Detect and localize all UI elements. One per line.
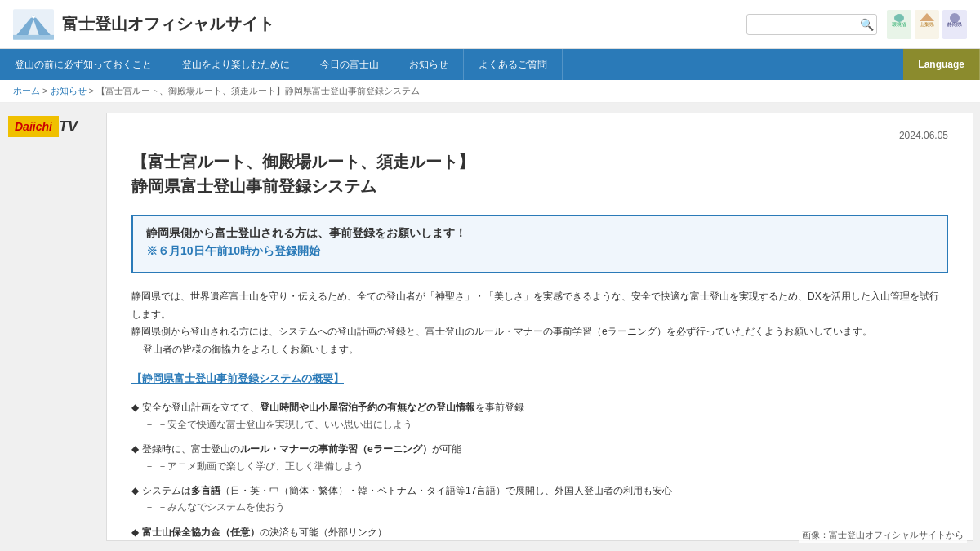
image-credit: 画像：富士登山オフィシャルサイトから — [799, 527, 967, 543]
notice-main-text: 静岡県側から富士登山される方は、事前登録をお願いします！ — [146, 226, 933, 241]
svg-point-13 — [950, 13, 960, 23]
bullet-sub-text: －みんなでシステムを使おう — [131, 499, 948, 515]
article-body-para1: 静岡県では、世界遺産富士山を守り・伝えるため、全ての登山者が「神聖さ」・「美しさ… — [131, 288, 948, 358]
left-sidebar: Daiichi TV — [0, 103, 106, 551]
article-title: 【富士宮ルート、御殿場ルート、須走ルート】 静岡県富士登山事前登録システム — [131, 149, 948, 198]
fujisan-logo-icon — [13, 8, 54, 41]
breadcrumb-news[interactable]: お知らせ — [51, 86, 87, 96]
nav-news[interactable]: お知らせ — [394, 49, 464, 80]
bullet-list: 安全な登山計画を立てて、登山時間や山小屋宿泊予約の有無などの登山情報を事前登録－… — [131, 399, 948, 541]
search-input[interactable] — [754, 18, 860, 30]
bullet-sub-text: －アニメ動画で楽しく学び、正しく準備しよう — [131, 458, 948, 474]
svg-rect-4 — [13, 34, 54, 39]
tv-logo: Daiichi TV — [8, 116, 98, 137]
section-link[interactable]: 【静岡県富士登山事前登録システムの概要】 — [131, 371, 948, 386]
article-date: 2024.06.05 — [131, 130, 948, 141]
header-right: 🔍 環境省 山梨県 静岡県 — [746, 10, 967, 39]
svg-text:山梨県: 山梨県 — [920, 22, 934, 27]
main-content: Daiichi TV 2024.06.05 【富士宮ルート、御殿場ルート、須走ル… — [0, 103, 980, 551]
kancho-logo-icon: 環境省 — [887, 10, 911, 39]
notice-sub-text: ※６月10日午前10時から登録開始 — [146, 244, 933, 259]
nav-bar: 登山の前に必ず知っておくこと 登山をより楽しむために 今日の富士山 お知らせ よ… — [0, 49, 980, 80]
bullet-item: 安全な登山計画を立てて、登山時間や山小屋宿泊予約の有無などの登山情報を事前登録－… — [131, 399, 948, 433]
top-header: 富士登山オフィシャルサイト 🔍 環境省 山梨県 静岡県 — [0, 0, 980, 49]
site-logo: 富士登山オフィシャルサイト — [13, 8, 746, 41]
nav-enjoy[interactable]: 登山をより楽しむために — [167, 49, 305, 80]
bullet-item: システムは多言語（日・英・中（簡体・繁体）・韓・ベトナム・タイ語等17言語）で展… — [131, 482, 948, 516]
notice-box: 静岡県側から富士登山される方は、事前登録をお願いします！ ※６月10日午前10時… — [131, 215, 948, 273]
search-icon[interactable]: 🔍 — [860, 18, 874, 31]
ministry-logos: 環境省 山梨県 静岡県 — [887, 10, 967, 39]
nav-language[interactable]: Language — [903, 49, 980, 80]
bullet-item: 登録時に、富士登山のルール・マナーの事前学習（eラーニング）が可能－アニメ動画で… — [131, 441, 948, 474]
nav-before[interactable]: 登山の前に必ず知っておくこと — [0, 49, 167, 80]
article-area: 2024.06.05 【富士宮ルート、御殿場ルート、須走ルート】 静岡県富士登山… — [106, 113, 973, 541]
svg-text:環境省: 環境省 — [892, 21, 906, 27]
search-box[interactable]: 🔍 — [746, 14, 877, 35]
nav-faq[interactable]: よくあるご質問 — [464, 49, 563, 80]
shizuoka-logo-icon: 静岡県 — [942, 10, 967, 39]
bullet-sub-text: －安全で快適な富士登山を実現して、いい思い出にしよう — [131, 416, 948, 433]
breadcrumb: ホーム > お知らせ > 【富士宮ルート、御殿場ルート、須走ルート】静岡県富士登… — [0, 80, 980, 103]
site-title-text: 富士登山オフィシャルサイト — [62, 13, 274, 35]
nav-today[interactable]: 今日の富士山 — [305, 49, 394, 80]
breadcrumb-home[interactable]: ホーム — [13, 86, 40, 96]
svg-point-7 — [894, 14, 904, 22]
breadcrumb-current: 【富士宮ルート、御殿場ルート、須走ルート】静岡県富士登山事前登録システム — [96, 86, 420, 96]
tv-text: TV — [59, 118, 78, 136]
daiichi-logo-text: Daiichi — [8, 116, 59, 137]
yamanashi-logo-icon: 山梨県 — [915, 10, 939, 39]
